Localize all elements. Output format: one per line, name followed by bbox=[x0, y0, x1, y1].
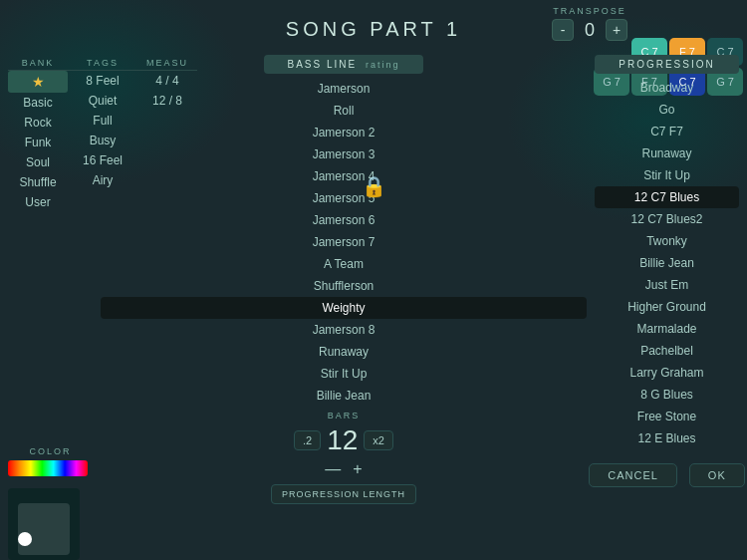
bars-adjust: — + bbox=[325, 460, 362, 478]
preview-box bbox=[8, 488, 80, 560]
star-icon: ★ bbox=[32, 74, 45, 90]
bass-item-jamerson6[interactable]: Jamerson 6 bbox=[101, 209, 587, 231]
bass-item-stiritup[interactable]: Stir It Up bbox=[101, 363, 587, 385]
bass-item-jamerson8[interactable]: Jamerson 8 bbox=[101, 319, 587, 341]
bank-label: BANK bbox=[8, 55, 68, 71]
color-label: COLOR bbox=[8, 446, 93, 456]
prog-item-billiejean[interactable]: Billie Jean bbox=[595, 252, 739, 274]
bank-item-funk[interactable]: Funk bbox=[8, 133, 68, 152]
bars-label: BARS bbox=[328, 411, 361, 420]
progression-header: PROGRESSION bbox=[595, 55, 739, 74]
prog-item-12c7blues2[interactable]: 12 C7 Blues2 bbox=[595, 208, 739, 230]
color-picker[interactable] bbox=[8, 460, 88, 476]
bass-item-jamerson7[interactable]: Jamerson 7 bbox=[101, 231, 587, 253]
bass-item-jamerson5[interactable]: Jamerson 5 bbox=[101, 187, 587, 209]
bass-line-label: BASS LINE bbox=[288, 59, 358, 70]
bass-item-jamerson3[interactable]: Jamerson 3 bbox=[101, 143, 587, 165]
bass-item-runaway[interactable]: Runaway bbox=[101, 341, 587, 363]
bank-column: BANK ★ Basic Rock Funk Soul Shuffle User bbox=[8, 55, 68, 434]
ok-button[interactable]: OK bbox=[689, 463, 745, 487]
preview-square bbox=[18, 503, 70, 555]
bass-item-weighty[interactable]: Weighty bbox=[101, 297, 587, 319]
prog-item-cantfeelit[interactable]: Can't Feel It bbox=[595, 449, 739, 455]
bars-minus-button[interactable]: — bbox=[325, 460, 341, 478]
transpose-label: TRANSPOSE bbox=[553, 6, 626, 16]
prog-item-8gblues[interactable]: 8 G Blues bbox=[595, 384, 739, 406]
bars-plus-button[interactable]: + bbox=[353, 460, 362, 478]
bass-line-rating: rating bbox=[366, 60, 400, 70]
bass-item-billiejean[interactable]: Billie Jean bbox=[101, 385, 587, 407]
lock-icon: 🔒 bbox=[362, 174, 386, 198]
prog-item-stiritup[interactable]: Stir It Up bbox=[595, 164, 739, 186]
bars-value: 12 bbox=[327, 424, 358, 456]
bass-item-shufflerson[interactable]: Shufflerson bbox=[101, 275, 587, 297]
left-panel: BANK ★ Basic Rock Funk Soul Shuffle User… bbox=[8, 55, 93, 560]
bass-item-ateam[interactable]: A Team bbox=[101, 253, 587, 275]
bank-item-rock[interactable]: Rock bbox=[8, 113, 68, 133]
left-columns: BANK ★ Basic Rock Funk Soul Shuffle User… bbox=[8, 55, 93, 434]
preview-dot bbox=[18, 532, 32, 546]
bass-line-header: BASS LINE rating bbox=[264, 55, 423, 74]
bars-section: BARS .2 12 x2 — + PROGRESSION LENGTH bbox=[271, 411, 416, 504]
prog-item-larrygraham[interactable]: Larry Graham bbox=[595, 362, 739, 384]
prog-item-higherground[interactable]: Higher Ground bbox=[595, 296, 739, 318]
transpose-minus-button[interactable]: - bbox=[552, 19, 574, 41]
prog-item-marmalade[interactable]: Marmalade bbox=[595, 318, 739, 340]
bass-item-jamerson4[interactable]: Jamerson 4 bbox=[101, 165, 587, 187]
prog-item-broadway[interactable]: Broadway bbox=[595, 77, 739, 99]
progression-length-button[interactable]: PROGRESSION LENGTH bbox=[271, 484, 416, 504]
bars-btn-x2[interactable]: x2 bbox=[364, 430, 393, 450]
prog-item-freestone[interactable]: Free Stone bbox=[595, 406, 739, 427]
bank-item-soul[interactable]: Soul bbox=[8, 152, 68, 172]
bass-item-roll[interactable]: Roll bbox=[101, 100, 587, 122]
prog-item-c7f7[interactable]: C7 F7 bbox=[595, 121, 739, 142]
bars-btn-dot2[interactable]: .2 bbox=[294, 430, 321, 450]
bank-item-basic[interactable]: Basic bbox=[8, 93, 68, 113]
prog-item-twonky[interactable]: Twonky bbox=[595, 230, 739, 252]
bank-item-shuffle[interactable]: Shuffle bbox=[8, 172, 68, 192]
bass-list[interactable]: Jamerson Roll Jamerson 2 Jamerson 3 Jame… bbox=[101, 78, 587, 407]
bars-controls: .2 12 x2 bbox=[294, 424, 393, 456]
right-panel: PROGRESSION Broadway Go C7 F7 Runaway St… bbox=[595, 55, 739, 560]
color-section: COLOR bbox=[8, 446, 93, 476]
prog-item-12eblues[interactable]: 12 E Blues bbox=[595, 427, 739, 449]
prog-item-12c7blues[interactable]: 12 C7 Blues bbox=[595, 186, 739, 208]
transpose-section: TRANSPOSE - 0 + bbox=[552, 6, 627, 41]
bank-item-user[interactable]: User bbox=[8, 192, 68, 212]
center-panel: BASS LINE rating Jamerson Roll Jamerson … bbox=[93, 55, 595, 560]
progression-list[interactable]: Broadway Go C7 F7 Runaway Stir It Up 12 … bbox=[595, 77, 739, 455]
bass-item-jamerson[interactable]: Jamerson bbox=[101, 78, 587, 100]
prog-item-justem[interactable]: Just Em bbox=[595, 274, 739, 296]
bottom-buttons: CANCEL OK bbox=[595, 463, 739, 495]
main-layout: BANK ★ Basic Rock Funk Soul Shuffle User… bbox=[0, 55, 747, 560]
bank-list: ★ Basic Rock Funk Soul Shuffle User bbox=[8, 71, 68, 212]
prog-item-pachelbel[interactable]: Pachelbel bbox=[595, 340, 739, 362]
cancel-button[interactable]: CANCEL bbox=[589, 463, 677, 487]
prog-item-runaway[interactable]: Runaway bbox=[595, 142, 739, 164]
bank-item-star[interactable]: ★ bbox=[8, 71, 68, 93]
prog-item-go[interactable]: Go bbox=[595, 99, 739, 121]
bass-item-jamerson2[interactable]: Jamerson 2 bbox=[101, 122, 587, 143]
